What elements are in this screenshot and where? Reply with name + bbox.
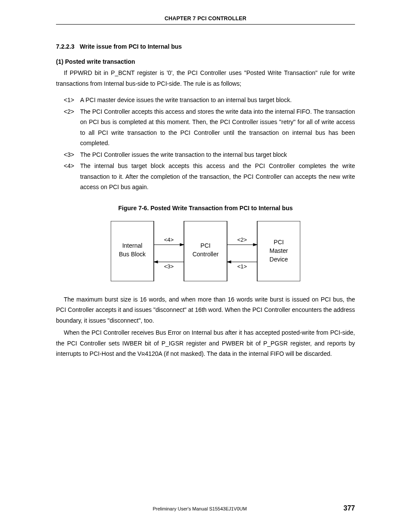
section-number: 7.2.2.3 xyxy=(56,43,75,50)
diagram-arrow-label: <4> xyxy=(164,236,174,243)
step-text: The PCI Controller accepts this access a… xyxy=(80,106,355,149)
footer-doc-id: Preliminary User's Manual S15543EJ1V0UM xyxy=(56,506,343,511)
chapter-header: CHAPTER 7 PCI CONTROLLER xyxy=(56,16,355,24)
intro-paragraph: If PPWRD bit in P_BCNT register is '0', … xyxy=(56,68,355,89)
list-item: <1> A PCI master device issues the write… xyxy=(56,95,355,106)
step-label: <2> xyxy=(56,106,80,149)
section-title-text: Write issue from PCI to Internal bus xyxy=(80,43,182,50)
step-text: The PCI Controller issues the write tran… xyxy=(80,149,355,160)
figure-caption: Figure 7-6. Posted Write Transaction fro… xyxy=(56,205,355,212)
diagram-box-mid-line1: PCI xyxy=(200,242,210,249)
step-label: <1> xyxy=(56,95,80,106)
page-footer: Preliminary User's Manual S15543EJ1V0UM … xyxy=(56,504,355,512)
diagram-box-right-line2: Master xyxy=(270,247,288,254)
diagram: Internal Bus Block PCI Controller PCI Ma… xyxy=(111,221,300,281)
diagram-arrow-label: <3> xyxy=(164,263,174,270)
diagram-box-left-line1: Internal xyxy=(122,242,143,249)
step-text: The internal bus target block accepts th… xyxy=(80,161,355,193)
subsection-label: (1) Posted write transaction xyxy=(56,58,355,65)
page: CHAPTER 7 PCI CONTROLLER 7.2.2.3 Write i… xyxy=(0,0,411,532)
error-paragraph: When the PCI Controller receives Bus Err… xyxy=(56,327,355,359)
list-item: <4> The internal bus target block accept… xyxy=(56,161,355,193)
step-text: A PCI master device issues the write tra… xyxy=(80,95,355,106)
step-label: <3> xyxy=(56,149,80,160)
error-para-suffix: 4120A (if not masked). The data in the i… xyxy=(145,350,332,357)
diagram-box-right-line1: PCI xyxy=(274,239,283,246)
diagram-box-right-line3: Device xyxy=(270,256,288,263)
section-title xyxy=(76,43,80,50)
diagram-arrow-label: <1> xyxy=(237,263,247,270)
step-list: <1> A PCI master device issues the write… xyxy=(56,95,355,193)
list-item: <2> The PCI Controller accepts this acce… xyxy=(56,106,355,149)
section-heading: 7.2.2.3 Write issue from PCI to Internal… xyxy=(56,43,355,50)
burst-paragraph: The maximum burst size is 16 words, and … xyxy=(56,294,355,326)
footer-page-number: 377 xyxy=(343,504,355,512)
list-item: <3> The PCI Controller issues the write … xyxy=(56,149,355,160)
step-label: <4> xyxy=(56,161,80,193)
diagram-box-mid-line2: Controller xyxy=(193,251,219,258)
header-rule xyxy=(56,24,355,25)
diagram-box-left-line2: Bus Block xyxy=(119,251,146,258)
diagram-arrow-label: <2> xyxy=(237,236,247,243)
